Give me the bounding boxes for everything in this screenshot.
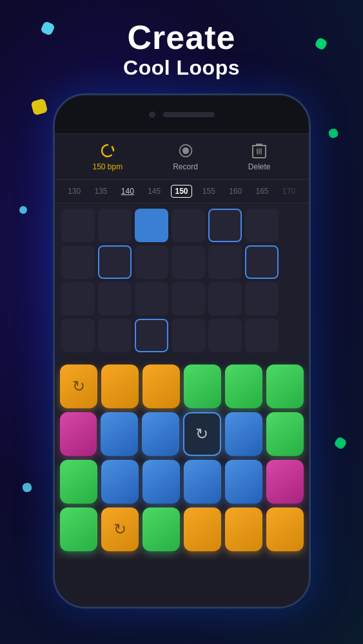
bpm-button[interactable]: 150 bpm [92,142,123,171]
grid-cell[interactable] [61,245,95,279]
bpm-label: 150 bpm [92,162,123,171]
grid-cell[interactable] [172,319,205,352]
bpm-tick-145: 145 [144,187,164,196]
grid-row-3 [61,282,302,316]
title-sub: Cool Loops [0,56,363,80]
grid-cell-outlined[interactable] [208,209,242,242]
grid-row-1 [61,209,302,242]
record-icon [177,142,195,160]
grid-cell-outlined[interactable] [135,319,168,352]
title-main: Create [0,19,363,56]
record-button[interactable]: Record [173,142,198,171]
floating-square-5 [19,205,28,215]
grid-cell[interactable] [208,282,242,316]
step-grid [55,204,309,361]
delete-button[interactable]: Delete [248,142,271,171]
grid-cell[interactable] [135,282,168,316]
pad-blue-3[interactable] [225,412,262,456]
pad-blue-1[interactable] [101,412,138,456]
pad-orange-2[interactable] [101,365,139,408]
grid-cell[interactable] [172,245,205,279]
grid-cell[interactable] [98,319,132,352]
pad-green-1[interactable] [184,365,221,408]
pad-blue-7[interactable] [225,460,262,504]
pad-grid: ↻ ↻ [55,361,309,559]
grid-cell[interactable] [245,209,279,242]
loop-icon-light: ↻ [195,425,208,443]
phone-frame: 150 bpm Record [53,93,311,609]
floating-square-2 [31,99,48,116]
bpm-ruler: 130 135 140 145 150 155 160 165 170 [55,180,309,204]
pad-row-4: ↻ [60,507,304,551]
grid-cell-outlined[interactable] [98,245,132,279]
grid-cell[interactable] [208,319,242,352]
loop-icon-2: ↻ [113,520,126,538]
bpm-tick-160: 160 [226,187,245,196]
pad-green-2[interactable] [225,365,262,408]
delete-icon [250,142,268,160]
grid-cell[interactable] [208,245,242,279]
pad-pink-1[interactable] [60,412,97,456]
bpm-icon [99,142,117,160]
phone-notch [55,95,309,134]
pad-orange-5[interactable] [225,507,262,551]
grid-row-2 [61,245,302,279]
camera-dot [149,111,155,118]
grid-cell[interactable] [98,209,132,242]
grid-cell-outlined[interactable] [245,245,279,279]
bpm-tick-170: 170 [279,187,299,196]
floating-square-4 [328,128,339,139]
bpm-tick-140: 140 [118,187,137,196]
pad-green-3[interactable] [266,365,304,408]
pad-green-6[interactable] [60,507,97,551]
bpm-tick-165: 165 [252,187,271,196]
pad-orange-6[interactable] [266,507,304,551]
pad-blue-5[interactable] [142,460,180,504]
pad-blue-2[interactable] [142,412,179,456]
pad-row-2: ↻ [60,412,304,456]
pad-pink-2[interactable] [266,460,304,504]
pad-green-4[interactable] [266,412,304,456]
pad-blue-4[interactable] [101,460,139,504]
phone-screen: 150 bpm Record [55,95,309,607]
grid-cell[interactable] [135,245,168,279]
pad-orange-4[interactable] [184,507,221,551]
grid-cell[interactable] [98,282,132,316]
grid-cell[interactable] [245,319,279,352]
bpm-tick-155: 155 [199,187,219,196]
pad-orange-loop-2[interactable]: ↻ [101,507,139,551]
pad-orange-3[interactable] [142,365,180,408]
pad-green-5[interactable] [60,460,97,504]
grid-cell[interactable] [61,209,95,242]
phone-side-left [53,173,54,205]
pad-row-3 [60,460,304,504]
pad-orange-loop[interactable]: ↻ [60,365,97,408]
bpm-tick-135: 135 [91,187,110,196]
record-label: Record [173,162,198,171]
loop-icon: ↻ [72,377,85,395]
pad-blue-6[interactable] [184,460,221,504]
bpm-tick-150: 150 [171,185,191,198]
pad-green-7[interactable] [142,507,180,551]
bpm-tick-130: 130 [64,187,84,196]
delete-label: Delete [248,162,271,171]
pad-row-1: ↻ [60,365,304,408]
floating-square-6 [333,436,348,450]
grid-row-4 [61,319,302,352]
svg-point-1 [182,147,188,154]
phone-side-right [309,192,311,237]
grid-cell[interactable] [172,209,205,242]
grid-cell[interactable] [61,282,95,316]
speaker-bar [163,112,215,117]
title-area: Create Cool Loops [0,0,363,80]
grid-cell[interactable] [61,319,95,352]
toolbar: 150 bpm Record [55,134,309,180]
grid-cell[interactable] [245,282,279,316]
grid-cell-active[interactable] [135,209,168,242]
pad-blue-outlined[interactable]: ↻ [183,412,221,456]
grid-cell[interactable] [172,282,205,316]
floating-square-7 [22,482,32,493]
